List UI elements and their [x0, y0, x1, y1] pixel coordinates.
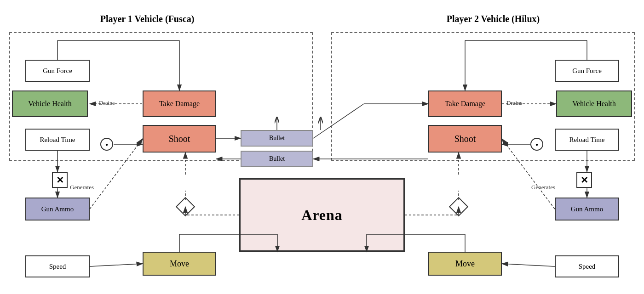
- timer-icon-1: ✕: [52, 172, 68, 188]
- diamond-icon-2: [449, 197, 468, 216]
- clock-icon-1: [100, 138, 113, 151]
- gun-force-1: Gun Force: [25, 60, 90, 82]
- player1-title: Player 1 Vehicle (Fusca): [60, 14, 235, 24]
- clock-icon-2: [530, 138, 543, 151]
- gun-ammo-2: Gun Ammo: [555, 198, 619, 220]
- shoot-1: Shoot: [143, 125, 216, 153]
- reload-time-1: Reload Time: [25, 129, 90, 151]
- svg-line-9: [90, 264, 143, 266]
- take-damage-1: Take Damage: [143, 90, 216, 117]
- arena-box: Arena: [239, 178, 405, 252]
- move-2: Move: [428, 252, 502, 276]
- speed-2: Speed: [555, 255, 619, 277]
- generates-label-2: Generates: [531, 184, 555, 191]
- diamond-icon-1: [176, 197, 195, 216]
- svg-line-29: [502, 264, 555, 266]
- player2-title: Player 2 Vehicle (Hilux): [406, 14, 581, 24]
- move-1: Move: [143, 252, 216, 276]
- speed-1: Speed: [25, 255, 90, 277]
- gun-ammo-1: Gun Ammo: [25, 198, 90, 220]
- diagram: Player 1 Vehicle (Fusca) Player 2 Vehicl…: [0, 0, 644, 294]
- gun-force-2: Gun Force: [555, 60, 619, 82]
- generates-label-1: Generates: [70, 184, 94, 191]
- shoot-2: Shoot: [428, 125, 502, 153]
- vehicle-health-1: Vehicle Health: [12, 90, 88, 117]
- drains-label-2: Drains: [506, 99, 523, 107]
- vehicle-health-2: Vehicle Health: [556, 90, 632, 117]
- take-damage-2: Take Damage: [428, 90, 502, 117]
- bullet-1: Bullet: [241, 130, 313, 147]
- bullet-2: Bullet: [241, 151, 313, 167]
- drains-label-1: Drains: [99, 99, 115, 107]
- reload-time-2: Reload Time: [555, 129, 619, 151]
- timer-icon-2: ✕: [576, 172, 592, 188]
